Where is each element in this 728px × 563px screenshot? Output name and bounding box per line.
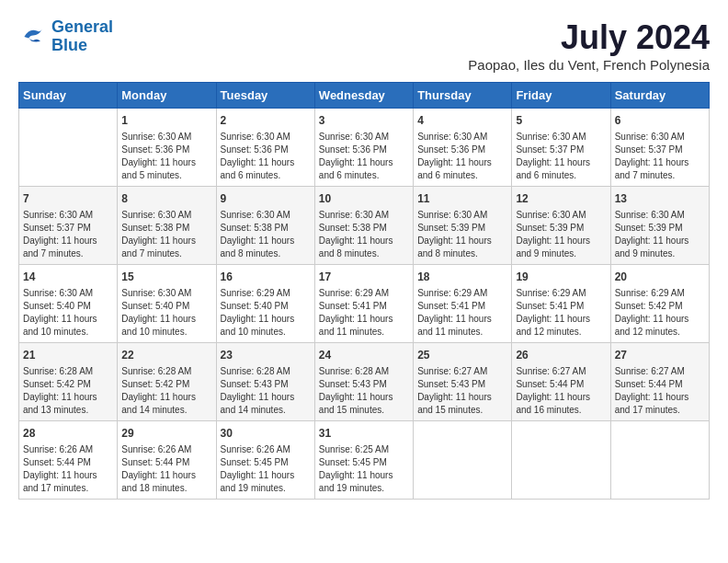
day-number: 23 [221, 347, 311, 363]
day-number: 19 [516, 269, 606, 285]
day-info: Sunrise: 6:30 AM Sunset: 5:36 PM Dayligh… [221, 131, 311, 182]
calendar-cell: 10Sunrise: 6:30 AM Sunset: 5:38 PM Dayli… [314, 187, 413, 265]
day-info: Sunrise: 6:30 AM Sunset: 5:36 PM Dayligh… [319, 131, 409, 182]
day-number: 5 [516, 112, 606, 129]
calendar-cell: 24Sunrise: 6:28 AM Sunset: 5:43 PM Dayli… [314, 343, 413, 421]
calendar-cell [512, 421, 610, 500]
day-number: 7 [23, 190, 113, 207]
day-info: Sunrise: 6:30 AM Sunset: 5:39 PM Dayligh… [516, 209, 606, 260]
calendar-cell: 4Sunrise: 6:30 AM Sunset: 5:36 PM Daylig… [414, 109, 512, 187]
calendar-week-1: 1Sunrise: 6:30 AM Sunset: 5:36 PM Daylig… [19, 109, 710, 187]
calendar-cell: 1Sunrise: 6:30 AM Sunset: 5:36 PM Daylig… [118, 109, 216, 187]
calendar-header: Sunday Monday Tuesday Wednesday Thursday… [19, 83, 710, 109]
day-number: 16 [221, 269, 311, 285]
calendar-cell: 26Sunrise: 6:27 AM Sunset: 5:44 PM Dayli… [512, 343, 610, 421]
header-sunday: Sunday [19, 83, 118, 109]
day-number: 10 [319, 190, 409, 207]
day-number: 8 [121, 190, 211, 207]
calendar-week-5: 28Sunrise: 6:26 AM Sunset: 5:44 PM Dayli… [19, 421, 710, 500]
day-info: Sunrise: 6:27 AM Sunset: 5:43 PM Dayligh… [417, 365, 507, 417]
day-number: 25 [417, 347, 507, 363]
calendar-cell: 20Sunrise: 6:29 AM Sunset: 5:42 PM Dayli… [610, 265, 709, 343]
calendar-cell: 30Sunrise: 6:26 AM Sunset: 5:45 PM Dayli… [216, 421, 314, 500]
header-wednesday: Wednesday [314, 83, 413, 109]
day-number: 20 [615, 269, 705, 285]
day-number: 27 [615, 347, 705, 363]
location-subtitle: Paopao, Iles du Vent, French Polynesia [468, 57, 710, 73]
calendar-cell [19, 109, 118, 187]
day-info: Sunrise: 6:28 AM Sunset: 5:43 PM Dayligh… [319, 365, 409, 417]
day-info: Sunrise: 6:30 AM Sunset: 5:38 PM Dayligh… [319, 209, 409, 260]
calendar-cell: 7Sunrise: 6:30 AM Sunset: 5:37 PM Daylig… [19, 187, 118, 265]
day-number: 31 [319, 425, 409, 442]
calendar-cell: 3Sunrise: 6:30 AM Sunset: 5:36 PM Daylig… [314, 109, 413, 187]
day-number: 26 [516, 347, 606, 363]
day-info: Sunrise: 6:26 AM Sunset: 5:44 PM Dayligh… [23, 443, 113, 495]
day-info: Sunrise: 6:26 AM Sunset: 5:44 PM Dayligh… [121, 443, 211, 495]
calendar-cell: 15Sunrise: 6:30 AM Sunset: 5:40 PM Dayli… [118, 265, 216, 343]
day-info: Sunrise: 6:29 AM Sunset: 5:41 PM Dayligh… [319, 287, 409, 339]
day-number: 13 [615, 190, 705, 207]
day-info: Sunrise: 6:30 AM Sunset: 5:38 PM Dayligh… [121, 209, 211, 260]
calendar-cell: 22Sunrise: 6:28 AM Sunset: 5:42 PM Dayli… [118, 343, 216, 421]
day-info: Sunrise: 6:30 AM Sunset: 5:36 PM Dayligh… [121, 131, 211, 182]
day-info: Sunrise: 6:30 AM Sunset: 5:36 PM Dayligh… [417, 131, 507, 182]
calendar-cell: 25Sunrise: 6:27 AM Sunset: 5:43 PM Dayli… [414, 343, 512, 421]
day-number: 11 [417, 190, 507, 207]
header-row: Sunday Monday Tuesday Wednesday Thursday… [19, 83, 710, 109]
day-info: Sunrise: 6:30 AM Sunset: 5:40 PM Dayligh… [121, 287, 211, 339]
day-info: Sunrise: 6:30 AM Sunset: 5:37 PM Dayligh… [615, 131, 705, 182]
day-info: Sunrise: 6:28 AM Sunset: 5:42 PM Dayligh… [23, 365, 113, 417]
day-info: Sunrise: 6:29 AM Sunset: 5:41 PM Dayligh… [417, 287, 507, 339]
calendar-cell: 13Sunrise: 6:30 AM Sunset: 5:39 PM Dayli… [610, 187, 709, 265]
header-friday: Friday [512, 83, 610, 109]
day-number: 17 [319, 269, 409, 285]
header-monday: Monday [118, 83, 216, 109]
day-info: Sunrise: 6:27 AM Sunset: 5:44 PM Dayligh… [615, 365, 705, 417]
day-number: 28 [23, 425, 113, 442]
calendar-cell: 27Sunrise: 6:27 AM Sunset: 5:44 PM Dayli… [610, 343, 709, 421]
day-info: Sunrise: 6:30 AM Sunset: 5:40 PM Dayligh… [23, 287, 113, 339]
day-info: Sunrise: 6:28 AM Sunset: 5:42 PM Dayligh… [121, 365, 211, 417]
header-tuesday: Tuesday [216, 83, 314, 109]
calendar-cell: 31Sunrise: 6:25 AM Sunset: 5:45 PM Dayli… [314, 421, 413, 500]
calendar-cell: 21Sunrise: 6:28 AM Sunset: 5:42 PM Dayli… [19, 343, 118, 421]
day-number: 30 [221, 425, 311, 442]
day-number: 29 [121, 425, 211, 442]
calendar-cell: 2Sunrise: 6:30 AM Sunset: 5:36 PM Daylig… [216, 109, 314, 187]
calendar-cell: 9Sunrise: 6:30 AM Sunset: 5:38 PM Daylig… [216, 187, 314, 265]
calendar-cell: 5Sunrise: 6:30 AM Sunset: 5:37 PM Daylig… [512, 109, 610, 187]
page-header: General Blue July 2024 Paopao, Iles du V… [18, 18, 710, 73]
day-info: Sunrise: 6:30 AM Sunset: 5:38 PM Dayligh… [221, 209, 311, 260]
day-info: Sunrise: 6:29 AM Sunset: 5:42 PM Dayligh… [615, 287, 705, 339]
calendar-week-4: 21Sunrise: 6:28 AM Sunset: 5:42 PM Dayli… [19, 343, 710, 421]
day-info: Sunrise: 6:26 AM Sunset: 5:45 PM Dayligh… [221, 443, 311, 495]
day-info: Sunrise: 6:30 AM Sunset: 5:37 PM Dayligh… [516, 131, 606, 182]
calendar-cell: 11Sunrise: 6:30 AM Sunset: 5:39 PM Dayli… [414, 187, 512, 265]
day-info: Sunrise: 6:25 AM Sunset: 5:45 PM Dayligh… [319, 443, 409, 495]
calendar-cell: 29Sunrise: 6:26 AM Sunset: 5:44 PM Dayli… [118, 421, 216, 500]
calendar-cell: 6Sunrise: 6:30 AM Sunset: 5:37 PM Daylig… [610, 109, 709, 187]
header-saturday: Saturday [610, 83, 709, 109]
day-number: 18 [417, 269, 507, 285]
day-number: 24 [319, 347, 409, 363]
header-thursday: Thursday [414, 83, 512, 109]
day-number: 1 [121, 112, 211, 129]
calendar-cell: 8Sunrise: 6:30 AM Sunset: 5:38 PM Daylig… [118, 187, 216, 265]
calendar-table: Sunday Monday Tuesday Wednesday Thursday… [18, 82, 710, 500]
logo: General Blue [18, 18, 113, 55]
calendar-cell: 23Sunrise: 6:28 AM Sunset: 5:43 PM Dayli… [216, 343, 314, 421]
calendar-week-3: 14Sunrise: 6:30 AM Sunset: 5:40 PM Dayli… [19, 265, 710, 343]
day-number: 14 [23, 269, 113, 285]
calendar-cell: 17Sunrise: 6:29 AM Sunset: 5:41 PM Dayli… [314, 265, 413, 343]
day-info: Sunrise: 6:28 AM Sunset: 5:43 PM Dayligh… [221, 365, 311, 417]
calendar-cell: 19Sunrise: 6:29 AM Sunset: 5:41 PM Dayli… [512, 265, 610, 343]
day-number: 12 [516, 190, 606, 207]
logo-text: General Blue [51, 18, 113, 55]
calendar-cell: 12Sunrise: 6:30 AM Sunset: 5:39 PM Dayli… [512, 187, 610, 265]
calendar-cell: 18Sunrise: 6:29 AM Sunset: 5:41 PM Dayli… [414, 265, 512, 343]
day-number: 3 [319, 112, 409, 129]
day-number: 15 [121, 269, 211, 285]
month-title: July 2024 [468, 18, 710, 57]
day-number: 9 [221, 190, 311, 207]
